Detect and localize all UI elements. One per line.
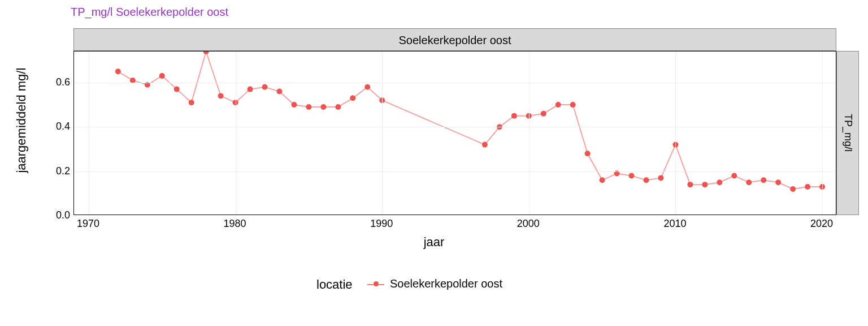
svg-point-40	[790, 186, 796, 192]
svg-point-27	[600, 177, 605, 183]
svg-point-41	[805, 184, 810, 190]
x-tick-label: 1990	[370, 218, 393, 230]
facet-strip-right: TP_mg/l	[836, 51, 859, 215]
svg-point-19	[482, 142, 488, 148]
plot-panel	[73, 51, 836, 215]
x-tick-label: 2000	[517, 218, 540, 230]
svg-point-3	[159, 73, 165, 79]
svg-point-5	[189, 100, 194, 105]
legend-dot-icon	[374, 281, 379, 286]
svg-point-0	[115, 68, 121, 74]
svg-point-4	[174, 87, 180, 92]
facet-strip-top: Soelekerkepolder oost	[73, 28, 836, 51]
svg-point-21	[511, 113, 517, 119]
svg-point-30	[644, 177, 649, 183]
svg-point-36	[731, 173, 737, 178]
svg-point-15	[335, 104, 341, 110]
x-tick-label: 2020	[810, 218, 833, 230]
series-svg	[74, 52, 836, 215]
legend-title: locatie	[316, 277, 353, 292]
svg-point-12	[291, 102, 297, 108]
svg-point-37	[746, 179, 752, 185]
y-tick-label: 0.4	[56, 121, 70, 132]
svg-point-7	[218, 93, 224, 98]
svg-point-29	[629, 173, 635, 178]
y-axis-label: jaargemiddeld mg/l	[14, 64, 28, 177]
x-tick-label: 1980	[224, 218, 246, 230]
svg-point-14	[320, 104, 326, 110]
svg-point-17	[364, 84, 370, 90]
svg-point-23	[541, 111, 546, 117]
svg-point-6	[203, 52, 209, 54]
svg-point-25	[570, 102, 576, 108]
chart-title: TP_mg/l Soelekerkepolder oost	[71, 6, 228, 19]
svg-point-34	[702, 182, 708, 187]
y-tick-label: 0.6	[56, 76, 70, 88]
svg-point-24	[555, 102, 561, 108]
svg-point-33	[687, 182, 693, 187]
y-tick-label: 0.0	[56, 209, 70, 221]
svg-point-13	[306, 104, 311, 110]
y-tick-label: 0.2	[56, 165, 70, 177]
legend-swatch	[367, 278, 384, 290]
x-tick-label: 2010	[663, 218, 686, 230]
svg-point-26	[585, 151, 591, 156]
svg-point-35	[717, 179, 722, 185]
svg-point-39	[775, 179, 781, 185]
x-tick-label: 1970	[77, 218, 99, 230]
svg-point-31	[658, 175, 663, 181]
svg-point-10	[262, 84, 268, 90]
svg-point-16	[350, 95, 355, 101]
x-axis-label: jaar	[0, 235, 868, 250]
svg-point-38	[761, 177, 766, 183]
svg-point-11	[276, 89, 282, 95]
svg-point-9	[248, 87, 253, 92]
chart-container: { "title": "TP_mg/l Soelekerkepolder oos…	[0, 0, 868, 326]
legend-item-label: Soelekerkepolder oost	[390, 277, 502, 290]
